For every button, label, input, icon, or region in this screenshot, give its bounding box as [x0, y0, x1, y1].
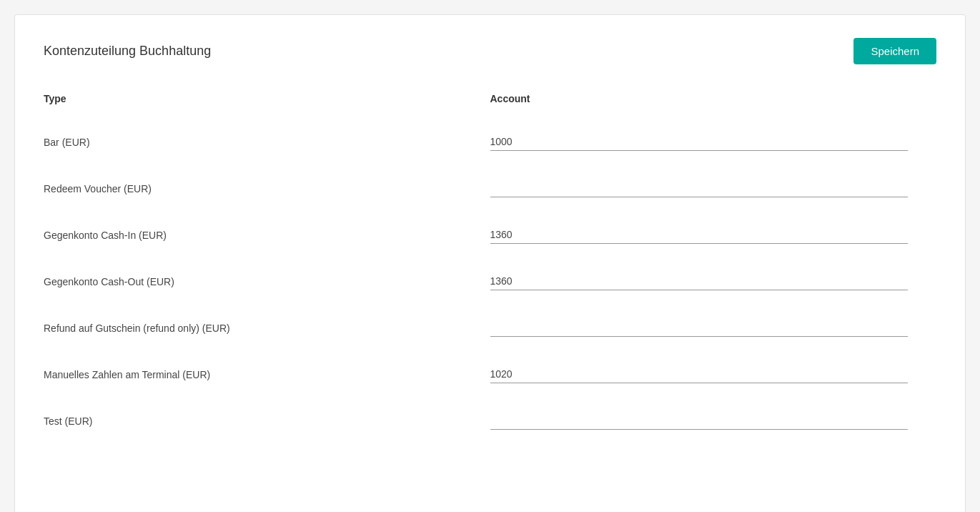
page-header: Kontenzuteilung Buchhaltung Speichern: [44, 38, 936, 64]
row-label-gegenkonto-cash-out-eur: Gegenkonto Cash-Out (EUR): [44, 276, 490, 287]
account-input-bar-eur[interactable]: [490, 133, 909, 151]
row-label-redeem-voucher-eur: Redeem Voucher (EUR): [44, 183, 490, 195]
account-input-test-eur[interactable]: [490, 412, 909, 430]
table-row-refund-gutschein-eur: Refund auf Gutschein (refund only) (EUR): [44, 305, 936, 351]
column-header-type: Type: [44, 93, 490, 104]
row-label-test-eur: Test (EUR): [44, 415, 490, 427]
page-container: Kontenzuteilung Buchhaltung Speichern Ty…: [14, 14, 966, 512]
column-header-account: Account: [490, 93, 937, 104]
table-row-redeem-voucher-eur: Redeem Voucher (EUR): [44, 165, 936, 212]
row-label-refund-gutschein-eur: Refund auf Gutschein (refund only) (EUR): [44, 323, 490, 334]
row-label-gegenkonto-cash-in-eur: Gegenkonto Cash-In (EUR): [44, 230, 490, 241]
rows-container: Bar (EUR)Redeem Voucher (EUR)Gegenkonto …: [44, 119, 936, 444]
account-input-manuelles-zahlen-eur[interactable]: [490, 365, 909, 383]
account-input-gegenkonto-cash-out-eur[interactable]: [490, 272, 909, 290]
row-input-wrapper-refund-gutschein-eur: [490, 319, 937, 337]
page-title: Kontenzuteilung Buchhaltung: [44, 44, 211, 59]
table-row-gegenkonto-cash-out-eur: Gegenkonto Cash-Out (EUR): [44, 258, 936, 305]
account-input-refund-gutschein-eur[interactable]: [490, 319, 909, 337]
table-row-manuelles-zahlen-eur: Manuelles Zahlen am Terminal (EUR): [44, 351, 936, 398]
row-label-bar-eur: Bar (EUR): [44, 137, 490, 148]
save-button[interactable]: Speichern: [853, 38, 936, 64]
table-row-bar-eur: Bar (EUR): [44, 119, 936, 165]
row-input-wrapper-manuelles-zahlen-eur: [490, 365, 937, 383]
table-row-gegenkonto-cash-in-eur: Gegenkonto Cash-In (EUR): [44, 212, 936, 258]
row-input-wrapper-redeem-voucher-eur: [490, 179, 937, 197]
row-label-manuelles-zahlen-eur: Manuelles Zahlen am Terminal (EUR): [44, 369, 490, 380]
table-header: Type Account: [44, 93, 936, 113]
row-input-wrapper-test-eur: [490, 412, 937, 430]
row-input-wrapper-gegenkonto-cash-out-eur: [490, 272, 937, 290]
row-input-wrapper-bar-eur: [490, 133, 937, 151]
row-input-wrapper-gegenkonto-cash-in-eur: [490, 226, 937, 244]
table-row-test-eur: Test (EUR): [44, 398, 936, 444]
account-input-redeem-voucher-eur[interactable]: [490, 179, 909, 197]
account-input-gegenkonto-cash-in-eur[interactable]: [490, 226, 909, 244]
